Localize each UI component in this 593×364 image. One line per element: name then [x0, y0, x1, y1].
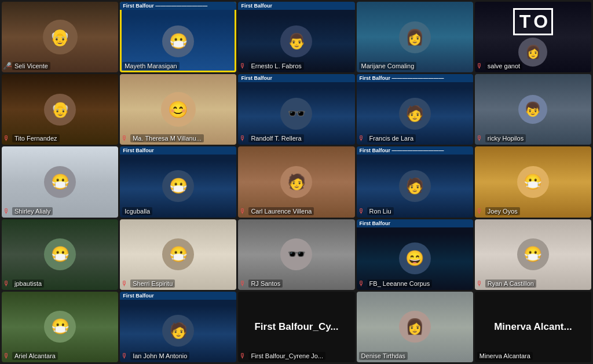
tile-joey-oyos[interactable]: 😷 🎙 Joey Oyos	[475, 146, 591, 217]
participant-name: Tito Fernandez	[12, 134, 60, 142]
participant-name: Shirley Alialy	[12, 207, 53, 215]
mic-muted-icon: 🎙	[3, 207, 10, 215]
tile-ma-theresa[interactable]: 😊 🎙 Ma. Theresa M Villanu...	[120, 74, 236, 145]
first-balfour-header: First Balfour ——————————	[357, 146, 473, 155]
mic-muted-icon: 🎤̶	[3, 62, 12, 70]
first-balfour-header: First Balfour ——————————	[120, 2, 236, 10]
participant-name: Ron Liu	[367, 207, 394, 215]
tile-denise-tirthdas[interactable]: 👩 Denise Tirthdas	[357, 292, 473, 362]
first-balfour-header: First Balfour	[238, 2, 354, 10]
participant-name: Francis de Lara	[367, 134, 416, 142]
participant-name: Minerva Alcantara	[477, 352, 533, 360]
participant-name: Marijane Comaling	[359, 62, 417, 70]
tile-mayeth-marasigan[interactable]: First Balfour —————————— 😷 Mayeth Marasi…	[120, 2, 236, 72]
first-balfour-header: First Balfour	[357, 219, 473, 227]
tile-seli-vicente[interactable]: 👴 🎤̶ Seli Vicente	[2, 2, 118, 72]
participant-name: Icguballa	[122, 207, 152, 215]
tile-ian-antonio[interactable]: First Balfour 🧑 🎙 Ian John M Antonio	[120, 292, 236, 362]
tile-ariel-alcantara[interactable]: 😷 🎙 Ariel Alcantara	[2, 292, 118, 362]
tile-icguballa[interactable]: First Balfour 😷 Icguballa	[120, 146, 236, 217]
first-balfour-header: First Balfour	[120, 292, 236, 300]
participant-name: Seli Vicente	[12, 62, 50, 70]
tile-jpbautista[interactable]: 😷 🎙 jpbautista	[2, 219, 118, 290]
participant-name: Ma. Theresa M Villanu...	[130, 134, 204, 142]
mic-muted-icon: 🎙	[3, 352, 10, 360]
mic-muted-icon: 🎙	[358, 207, 365, 215]
participant-name: Sherri Espiritu	[130, 280, 175, 288]
mic-muted-icon: 🎙	[358, 134, 365, 142]
participant-name: Ariel Alcantara	[12, 352, 58, 360]
mic-muted-icon: 🎙	[476, 134, 483, 142]
mic-muted-icon: 🎙	[121, 280, 128, 288]
mic-muted-icon: 🎙	[358, 280, 365, 288]
mic-muted-icon: 🎙	[121, 352, 128, 360]
tile-ricky-hopilos[interactable]: 👦 🎙 ricky Hopilos	[475, 74, 591, 145]
tile-ernesto-fabros[interactable]: First Balfour 👨 🎙 Ernesto L. Fabros	[238, 2, 354, 72]
tile-carl-villena[interactable]: 🧑 🎙 Carl Laurence Villena	[238, 146, 354, 217]
participant-name: FB_ Leeanne Corpus	[367, 280, 433, 288]
participant-name: First Balfour_Cyrene Jo...	[248, 352, 325, 360]
mic-muted-icon: 🎙	[239, 207, 246, 215]
tile-ryan-castillon[interactable]: 😷 🎙 Ryan A Castillon	[475, 219, 591, 290]
tile-sherri-espiritu[interactable]: 😷 🎙 Sherri Espiritu	[120, 219, 236, 290]
participant-name: Ian John M Antonio	[130, 352, 189, 360]
tile-francis-de-lara[interactable]: First Balfour —————————— 🧑 🎙 Francis de …	[357, 74, 473, 145]
mic-muted-icon: 🎙	[239, 62, 246, 70]
first-balfour-header: First Balfour	[238, 74, 354, 82]
tile-marijane-comaling[interactable]: 👩 Marijane Comaling	[357, 2, 473, 72]
tile-tito-fernandez[interactable]: 👴 🎙 Tito Fernandez	[2, 74, 118, 145]
first-balfour-header: First Balfour	[120, 146, 236, 155]
participant-name: Mayeth Marasigan	[122, 62, 180, 70]
participant-name: RJ Santos	[248, 280, 283, 288]
tile-minerva-alcantara[interactable]: Minerva Alcant... Minerva Alcantara	[475, 292, 591, 362]
tile-ron-liu[interactable]: First Balfour —————————— 🧑 🎙 Ron Liu	[357, 146, 473, 217]
mic-muted-icon: 🎙	[476, 280, 483, 288]
tile-leeanne-corpus[interactable]: First Balfour 😄 🎙 FB_ Leeanne Corpus	[357, 219, 473, 290]
tile-rj-santos[interactable]: 🕶️ 🎙 RJ Santos	[238, 219, 354, 290]
mic-muted-icon: 🎙	[476, 62, 483, 70]
mic-muted-icon: 🎙	[239, 352, 246, 360]
mic-muted-icon: 🎙	[239, 280, 246, 288]
tile-first-balfour-cyrene[interactable]: First Balfour_Cy... 🎙 First Balfour_Cyre…	[238, 292, 354, 362]
mic-muted-icon: 🎙	[121, 134, 128, 142]
tile-shirley-alialy[interactable]: 😷 🎙 Shirley Alialy	[2, 146, 118, 217]
mic-muted-icon: 🎙	[239, 134, 246, 142]
participant-name: Ryan A Castillon	[485, 280, 536, 288]
tile-randolf-rellera[interactable]: First Balfour 🕶️ 🎙 Randolf T. Rellera	[238, 74, 354, 145]
participant-name: Carl Laurence Villena	[248, 207, 314, 215]
first-balfour-header: First Balfour ——————————	[357, 74, 473, 82]
mic-muted-icon: 🎙	[3, 280, 10, 288]
participant-name: Denise Tirthdas	[359, 352, 408, 360]
participant-name: Randolf T. Rellera	[248, 134, 303, 142]
participant-name: Ernesto L. Fabros	[248, 62, 303, 70]
participant-name: salve ganot	[485, 62, 522, 70]
tile-salve-ganot[interactable]: T O 👩 🎙 salve ganot	[475, 2, 591, 72]
video-grid: 👴 🎤̶ Seli Vicente First Balfour ————————…	[0, 0, 593, 364]
mic-muted-icon: 🎙	[3, 134, 10, 142]
participant-name: ricky Hopilos	[485, 134, 526, 142]
mic-muted-icon: 🎙	[476, 207, 483, 215]
participant-name: jpbautista	[12, 280, 44, 288]
participant-name: Joey Oyos	[485, 207, 520, 215]
